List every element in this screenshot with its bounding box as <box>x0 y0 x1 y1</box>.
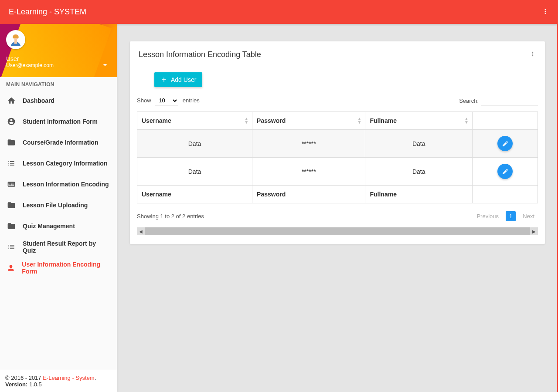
table-row: Data******Data <box>137 158 538 186</box>
length-select[interactable]: 10 <box>155 96 178 105</box>
sort-icon: ▲▼ <box>464 117 469 124</box>
sidebar-item-user-information-encoding-form[interactable]: User Information Encoding Form <box>0 257 117 278</box>
card-more-icon[interactable] <box>529 51 536 59</box>
user-email: User@example.com <box>6 62 111 68</box>
nav-header: MAIN NAVIGATION <box>0 77 117 90</box>
home-icon <box>6 96 17 105</box>
cell-fullname: Data <box>365 158 473 186</box>
sidebar-item-lesson-file-uploading[interactable]: Lesson File Uploading <box>0 195 117 216</box>
sidebar-footer: © 2016 - 2017 E-Learning - System. Versi… <box>0 370 117 392</box>
sidebar-item-label: Student Information Form <box>23 118 98 125</box>
search-control: Search: <box>459 96 538 105</box>
topbar: E-Learning - SYSTEM <box>0 0 558 24</box>
keyboard-icon <box>6 180 17 189</box>
chevron-down-icon[interactable] <box>100 60 110 71</box>
column-footer: Password <box>252 186 365 203</box>
column-footer: Fullname <box>365 186 473 203</box>
user-name: User <box>6 55 111 62</box>
cell-username: Data <box>137 158 252 186</box>
cell-password: ****** <box>252 130 365 158</box>
data-table: Username▲▼Password▲▼Fullname▲▼ Data*****… <box>137 112 538 203</box>
folder-icon <box>6 222 17 230</box>
edit-button[interactable] <box>497 136 513 151</box>
column-header[interactable]: Fullname▲▼ <box>365 112 473 130</box>
sidebar-item-course-grade-information[interactable]: Course/Grade Information <box>0 132 117 153</box>
pagination: Previous 1 Next <box>473 211 538 221</box>
list-icon <box>6 159 17 168</box>
search-input[interactable] <box>481 96 538 105</box>
sidebar-item-label: Dashboard <box>23 97 54 104</box>
cell-password: ****** <box>252 158 365 186</box>
sort-icon: ▲▼ <box>357 117 362 124</box>
person-icon <box>6 264 16 272</box>
sidebar-item-lesson-information-encoding[interactable]: Lesson Information Encoding <box>0 174 117 195</box>
sidebar-item-label: Course/Grade Information <box>23 139 98 146</box>
column-header[interactable] <box>473 112 538 130</box>
sidebar: User User@example.com MAIN NAVIGATION Da… <box>0 24 117 392</box>
cell-fullname: Data <box>365 130 473 158</box>
plus-icon <box>160 76 167 83</box>
page-previous[interactable]: Previous <box>473 211 502 221</box>
list-icon <box>6 243 17 251</box>
folder-icon <box>6 138 17 147</box>
horizontal-scrollbar[interactable]: ◀ ▶ <box>137 227 538 235</box>
sidebar-item-label: Lesson File Uploading <box>23 202 88 209</box>
sidebar-item-label: Student Result Report by Quiz <box>23 240 111 254</box>
folder-icon <box>6 201 17 210</box>
sidebar-item-label: Lesson Category Information <box>23 160 107 167</box>
column-footer <box>473 186 538 203</box>
add-user-button[interactable]: Add User <box>154 72 202 87</box>
page-current[interactable]: 1 <box>506 211 516 221</box>
column-header[interactable]: Username▲▼ <box>137 112 252 130</box>
scroll-right-icon[interactable]: ▶ <box>530 227 538 235</box>
avatar[interactable] <box>6 30 25 49</box>
sidebar-item-lesson-category-information[interactable]: Lesson Category Information <box>0 153 117 174</box>
column-header[interactable]: Password▲▼ <box>252 112 365 130</box>
card: Lesson Information Encoding Table Add Us… <box>130 41 545 244</box>
pencil-icon <box>502 168 509 175</box>
sort-icon: ▲▼ <box>244 117 248 124</box>
page-next[interactable]: Next <box>519 211 538 221</box>
length-control: Show 10 entries <box>137 96 200 105</box>
table-info: Showing 1 to 2 of 2 entries <box>137 213 204 220</box>
footer-brand-link[interactable]: E-Learning - System <box>43 375 95 381</box>
cell-username: Data <box>137 130 252 158</box>
column-footer: Username <box>137 186 252 203</box>
topbar-more-icon[interactable] <box>541 7 549 17</box>
scroll-left-icon[interactable]: ◀ <box>137 227 145 235</box>
table-row: Data******Data <box>137 130 538 158</box>
sidebar-item-student-result-report-by-quiz[interactable]: Student Result Report by Quiz <box>0 237 117 257</box>
app-brand[interactable]: E-Learning - SYSTEM <box>9 7 86 17</box>
card-title: Lesson Information Encoding Table <box>139 50 529 59</box>
sidebar-item-label: User Information Encoding Form <box>22 261 111 275</box>
sidebar-item-student-information-form[interactable]: Student Information Form <box>0 111 117 132</box>
account-icon <box>6 117 17 126</box>
user-panel: User User@example.com <box>0 24 117 77</box>
main-content: Lesson Information Encoding Table Add Us… <box>117 24 558 392</box>
sidebar-item-label: Quiz Management <box>23 223 75 230</box>
sidebar-item-label: Lesson Information Encoding <box>23 181 109 188</box>
sidebar-item-dashboard[interactable]: Dashboard <box>0 90 117 111</box>
pencil-icon <box>502 140 509 147</box>
nav-list: DashboardStudent Information FormCourse/… <box>0 90 117 370</box>
sidebar-item-quiz-management[interactable]: Quiz Management <box>0 216 117 237</box>
edit-button[interactable] <box>497 164 513 179</box>
